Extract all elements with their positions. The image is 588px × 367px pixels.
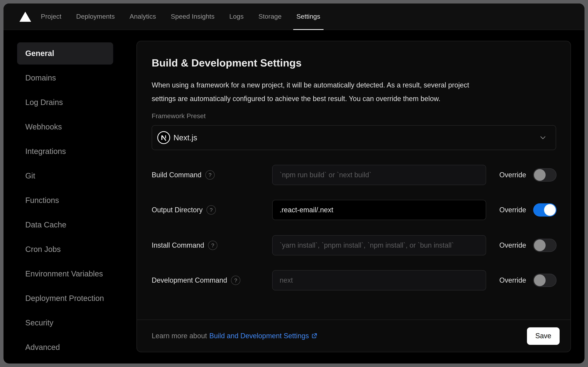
row-label: Output Directory bbox=[152, 206, 203, 214]
help-icon[interactable]: ? bbox=[207, 205, 216, 215]
vercel-logo-icon bbox=[19, 11, 31, 22]
help-icon[interactable]: ? bbox=[208, 241, 217, 250]
project-nav-tabs: Project Deployments Analytics Speed Insi… bbox=[41, 3, 320, 30]
help-icon[interactable]: ? bbox=[205, 170, 215, 180]
nextjs-logo-icon bbox=[157, 131, 170, 144]
toggle-knob bbox=[534, 275, 546, 286]
sidebar-item-environment-variables[interactable]: Environment Variables bbox=[17, 263, 113, 285]
screen: Project Deployments Analytics Speed Insi… bbox=[0, 0, 588, 367]
framework-preset-select[interactable]: Next.js bbox=[152, 125, 556, 150]
sidebar-item-integrations[interactable]: Integrations bbox=[17, 140, 113, 163]
sidebar-item-data-cache[interactable]: Data Cache bbox=[17, 214, 113, 236]
form-row-output-directory: Output Directory ? Override bbox=[152, 200, 556, 220]
save-button[interactable]: Save bbox=[527, 327, 560, 345]
toggle-knob bbox=[534, 169, 546, 181]
sidebar-item-webhooks[interactable]: Webhooks bbox=[17, 116, 113, 138]
nav-item-analytics[interactable]: Analytics bbox=[129, 3, 156, 30]
sidebar-item-advanced[interactable]: Advanced bbox=[17, 336, 113, 359]
build-settings-card: Build & Development Settings When using … bbox=[136, 41, 571, 352]
page-title: Build & Development Settings bbox=[152, 57, 302, 69]
nav-item-logs[interactable]: Logs bbox=[229, 3, 244, 30]
sidebar-item-general[interactable]: General bbox=[17, 42, 113, 65]
override-label: Override bbox=[499, 276, 526, 284]
install-command-input[interactable] bbox=[272, 235, 486, 255]
nav-item-storage[interactable]: Storage bbox=[258, 3, 282, 30]
nav-item-settings[interactable]: Settings bbox=[296, 3, 320, 30]
sidebar-item-domains[interactable]: Domains bbox=[17, 67, 113, 89]
sidebar-item-git[interactable]: Git bbox=[17, 165, 113, 187]
nav-item-project[interactable]: Project bbox=[41, 3, 61, 30]
sidebar-item-security[interactable]: Security bbox=[17, 312, 113, 334]
chevron-down-icon bbox=[539, 134, 546, 141]
help-icon[interactable]: ? bbox=[231, 276, 240, 285]
row-label: Install Command bbox=[152, 241, 204, 249]
nav-item-speed-insights[interactable]: Speed Insights bbox=[171, 3, 214, 30]
framework-preset-label: Framework Preset bbox=[152, 112, 206, 120]
override-toggle[interactable] bbox=[533, 168, 556, 182]
output-directory-input[interactable] bbox=[272, 200, 486, 220]
sidebar-item-functions[interactable]: Functions bbox=[17, 189, 113, 211]
row-label: Build Command bbox=[152, 171, 202, 179]
toggle-knob bbox=[534, 240, 546, 251]
top-nav: Project Deployments Analytics Speed Insi… bbox=[3, 3, 585, 30]
docs-link[interactable]: Build and Development Settings bbox=[209, 332, 318, 340]
card-description: When using a framework for a new project… bbox=[152, 79, 546, 106]
external-link-icon bbox=[311, 332, 318, 339]
override-label: Override bbox=[499, 241, 526, 249]
override-label: Override bbox=[499, 206, 526, 214]
sidebar-item-log-drains[interactable]: Log Drains bbox=[17, 91, 113, 114]
override-toggle[interactable] bbox=[533, 274, 556, 287]
sidebar-item-deployment-protection[interactable]: Deployment Protection bbox=[17, 287, 113, 309]
nav-item-deployments[interactable]: Deployments bbox=[76, 3, 115, 30]
docs-link-label: Build and Development Settings bbox=[209, 332, 309, 340]
form-row-build-command: Build Command ? Override bbox=[152, 165, 556, 185]
app-window: Project Deployments Analytics Speed Insi… bbox=[3, 3, 585, 364]
override-toggle[interactable] bbox=[533, 239, 556, 252]
toggle-knob bbox=[544, 204, 556, 216]
card-footer: Learn more about Build and Development S… bbox=[137, 320, 571, 352]
learn-more-text: Learn more about bbox=[152, 332, 207, 340]
override-toggle[interactable] bbox=[533, 203, 556, 217]
settings-sidebar: General Domains Log Drains Webhooks Inte… bbox=[17, 42, 113, 361]
build-command-input[interactable] bbox=[272, 165, 486, 185]
form-row-development-command: Development Command ? Override bbox=[152, 270, 556, 290]
override-label: Override bbox=[499, 171, 526, 179]
row-label: Development Command bbox=[152, 276, 227, 284]
form-row-install-command: Install Command ? Override bbox=[152, 235, 556, 255]
framework-preset-value: Next.js bbox=[173, 133, 197, 142]
sidebar-item-cron-jobs[interactable]: Cron Jobs bbox=[17, 238, 113, 260]
development-command-input[interactable] bbox=[272, 270, 486, 290]
